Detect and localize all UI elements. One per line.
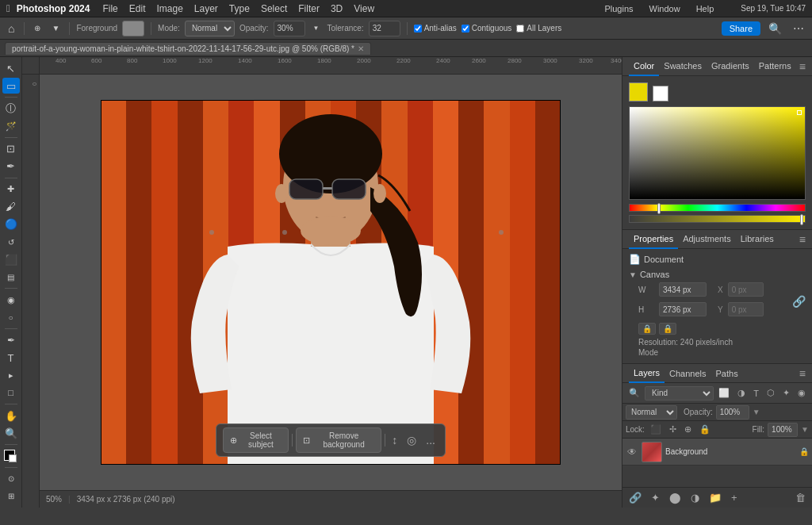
menu-file[interactable]: File bbox=[98, 2, 122, 16]
layers-panel-menu-icon[interactable]: ≡ bbox=[799, 367, 806, 380]
height-input[interactable] bbox=[659, 302, 707, 316]
stamp-tool[interactable]: 🔵 bbox=[2, 217, 20, 232]
blur-tool[interactable]: ◉ bbox=[2, 292, 20, 308]
opacity-value-input[interactable] bbox=[716, 405, 749, 420]
layer-filter-select[interactable]: Kind bbox=[645, 386, 714, 400]
shape-tool[interactable]: □ bbox=[2, 385, 20, 400]
menu-edit[interactable]: Edit bbox=[124, 2, 151, 16]
menu-help[interactable]: Help bbox=[691, 2, 719, 15]
menu-type[interactable]: Type bbox=[224, 2, 255, 16]
tab-properties[interactable]: Properties bbox=[629, 230, 678, 249]
lock-pixels-button[interactable]: ⬛ bbox=[648, 423, 664, 435]
share-button[interactable]: Share bbox=[722, 21, 760, 36]
type-tool[interactable]: T bbox=[2, 350, 20, 366]
screen-mode-tool[interactable]: ⊞ bbox=[2, 489, 20, 504]
layer-filter-adjust-icon[interactable]: ◑ bbox=[734, 386, 749, 400]
add-style-button[interactable]: ✦ bbox=[648, 490, 663, 505]
tab-layers[interactable]: Layers bbox=[629, 364, 665, 383]
layer-filter-toggle[interactable]: ◉ bbox=[795, 386, 809, 400]
canvas-action-2[interactable]: ◎ bbox=[404, 432, 419, 448]
blend-mode-select[interactable]: Normal bbox=[626, 405, 677, 420]
sample-point-icon[interactable]: ⊕ bbox=[31, 24, 44, 33]
apple-logo[interactable]:  bbox=[6, 2, 10, 14]
menu-layer[interactable]: Layer bbox=[190, 2, 223, 16]
healing-brush-tool[interactable]: ✚ bbox=[2, 182, 20, 197]
pen-tool[interactable]: ✒ bbox=[2, 332, 20, 348]
tab-close-icon[interactable]: ✕ bbox=[358, 44, 364, 53]
rectangle-select-tool[interactable]: ▭ bbox=[2, 78, 20, 94]
opacity-input[interactable] bbox=[274, 21, 305, 36]
foreground-color-swatch[interactable] bbox=[629, 82, 648, 102]
gradient-tool[interactable]: ▤ bbox=[2, 269, 20, 285]
search-button[interactable]: 🔍 bbox=[765, 22, 785, 35]
layer-filter-pixel-icon[interactable]: ⬜ bbox=[715, 386, 733, 400]
lock-artboards-button[interactable]: ✢ bbox=[667, 423, 679, 435]
foreground-bg-color[interactable] bbox=[2, 448, 20, 464]
tab-libraries[interactable]: Libraries bbox=[736, 230, 779, 249]
contiguous-check[interactable]: Contiguous bbox=[462, 24, 512, 33]
add-adjustment-button[interactable]: ◑ bbox=[688, 490, 703, 505]
dodge-tool[interactable]: ○ bbox=[2, 309, 20, 325]
layer-filter-type-icon[interactable]: T bbox=[750, 387, 762, 400]
zoom-tool[interactable]: 🔍 bbox=[2, 425, 20, 441]
color-gradient-picker[interactable] bbox=[629, 106, 806, 200]
menu-filter[interactable]: Filter bbox=[293, 2, 324, 16]
lock-all-button[interactable]: 🔒 bbox=[697, 423, 713, 435]
alpha-slider[interactable] bbox=[629, 215, 806, 223]
tab-channels[interactable]: Channels bbox=[665, 364, 710, 383]
select-subject-button[interactable]: ⊕ Select subject bbox=[223, 427, 289, 453]
y-input[interactable] bbox=[728, 302, 764, 316]
menu-window[interactable]: Window bbox=[645, 2, 685, 15]
add-group-button[interactable]: 📁 bbox=[706, 490, 725, 505]
home-button[interactable]: ⌂ bbox=[5, 22, 17, 35]
quick-select-tool[interactable]: 🪄 bbox=[2, 118, 20, 134]
brush-tool[interactable]: 🖌 bbox=[2, 199, 20, 215]
delete-layer-button[interactable]: 🗑 bbox=[792, 490, 809, 505]
tab-swatches[interactable]: Swatches bbox=[659, 57, 707, 76]
eraser-tool[interactable]: ⬛ bbox=[2, 251, 20, 267]
quick-mask-tool[interactable]: ⊙ bbox=[2, 471, 20, 487]
x-input[interactable] bbox=[728, 282, 764, 297]
properties-panel-menu-icon[interactable]: ≡ bbox=[799, 233, 806, 246]
hue-slider[interactable] bbox=[629, 204, 806, 212]
add-mask-button[interactable]: ⬤ bbox=[666, 490, 684, 505]
canvas-content[interactable]: ⊕ Select subject ⊡ Remove background ↕ ◎… bbox=[40, 75, 622, 490]
tab-patterns[interactable]: Patterns bbox=[754, 57, 796, 76]
link-layers-button[interactable]: 🔗 bbox=[626, 490, 645, 505]
layer-filter-shape-icon[interactable]: ⬡ bbox=[764, 386, 778, 400]
eyedropper-tool[interactable]: ✒ bbox=[2, 159, 20, 174]
history-brush-tool[interactable]: ↺ bbox=[2, 234, 20, 250]
background-color-swatch[interactable] bbox=[653, 86, 668, 102]
menu-view[interactable]: View bbox=[349, 2, 379, 16]
menu-select[interactable]: Select bbox=[256, 2, 292, 16]
layer-visibility-icon[interactable]: 👁 bbox=[626, 446, 638, 458]
menu-3d[interactable]: 3D bbox=[326, 2, 347, 16]
mode-select[interactable]: Normal bbox=[185, 21, 235, 36]
document-tab[interactable]: portrait-of-a-young-woman-in-plain-white… bbox=[5, 42, 371, 55]
tab-adjustments[interactable]: Adjustments bbox=[678, 230, 736, 249]
color-panel-menu-icon[interactable]: ≡ bbox=[799, 60, 806, 73]
width-input[interactable] bbox=[659, 282, 707, 297]
crop-tool[interactable]: ⊡ bbox=[2, 141, 20, 157]
canvas-action-1[interactable]: ↕ bbox=[389, 432, 400, 448]
layer-filter-smart-icon[interactable]: ✦ bbox=[779, 386, 793, 400]
more-actions-button[interactable]: ... bbox=[423, 432, 439, 448]
lock-height-button[interactable]: 🔒 bbox=[659, 323, 676, 335]
tool-preset-picker[interactable]: ▼ bbox=[48, 24, 63, 33]
tab-paths[interactable]: Paths bbox=[711, 364, 743, 383]
move-tool[interactable]: ↖ bbox=[2, 60, 20, 76]
hand-tool[interactable]: ✋ bbox=[2, 408, 20, 423]
menu-plugins[interactable]: Plugins bbox=[599, 2, 638, 15]
menu-image[interactable]: Image bbox=[151, 2, 187, 16]
lasso-tool[interactable]: ⓛ bbox=[2, 101, 20, 117]
photo-canvas[interactable]: ⊕ Select subject ⊡ Remove background ↕ ◎… bbox=[101, 100, 561, 465]
background-layer-row[interactable]: 👁 Background 🔒 bbox=[622, 439, 812, 466]
tab-color[interactable]: Color bbox=[629, 57, 659, 76]
path-select-tool[interactable]: ▸ bbox=[2, 367, 20, 383]
lock-position-button[interactable]: ⊕ bbox=[682, 423, 694, 435]
lock-width-button[interactable]: 🔒 bbox=[638, 323, 656, 335]
all-layers-check[interactable]: All Layers bbox=[516, 24, 561, 33]
more-button[interactable]: ⋯ bbox=[790, 22, 807, 35]
tolerance-input[interactable] bbox=[369, 21, 400, 36]
anti-alias-check[interactable]: Anti-alias bbox=[414, 24, 457, 33]
